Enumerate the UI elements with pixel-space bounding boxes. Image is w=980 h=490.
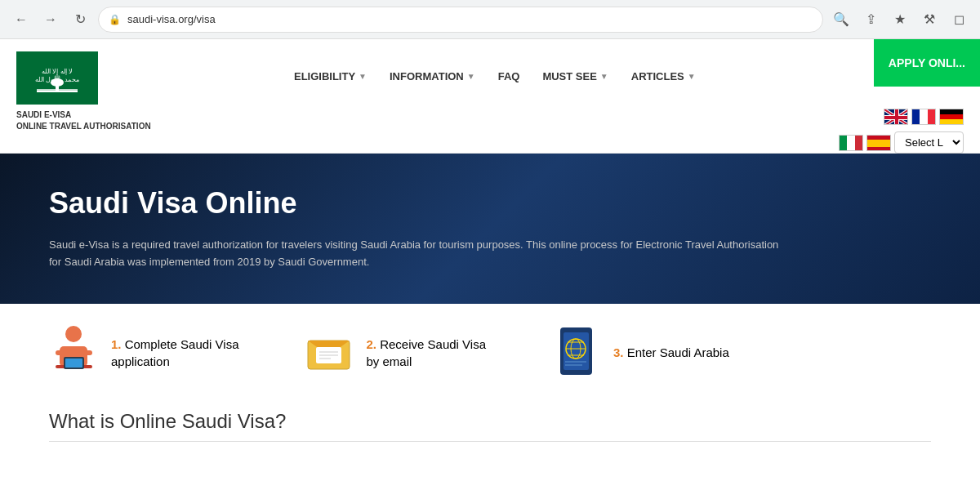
steps-section: 1. Complete Saudi Visaapplication [0,304,980,394]
step-2-number: 2. [367,337,381,351]
extensions-button[interactable]: ⚒ [918,8,941,31]
menu-button[interactable]: ◻ [947,8,970,31]
svg-rect-16 [884,116,908,119]
svg-point-17 [65,326,82,342]
share-button[interactable]: ⇪ [859,8,882,31]
hero-section: Saudi Visa Online Saudi e-Visa is a requ… [0,154,980,304]
germany-flag[interactable] [939,109,964,125]
hero-title: Saudi Visa Online [49,186,931,220]
navbar: ☫ لا إله إلا الله محمد رسول الله SAUDI E… [0,39,980,154]
step-3-label: Enter Saudi Arabia [627,345,729,359]
step-3-number: 3. [613,345,627,359]
back-button[interactable]: ← [10,8,33,31]
website-content: ☫ لا إله إلا الله محمد رسول الله SAUDI E… [0,39,980,490]
nav-item-information[interactable]: INFORMATION ▼ [378,64,487,89]
browser-actions: 🔍 ⇪ ★ ⚒ ◻ [830,8,970,31]
email-icon [305,328,354,377]
bookmark-button[interactable]: ★ [889,8,911,31]
step-1: 1. Complete Saudi Visaapplication [49,328,239,377]
step-1-label: Complete Saudi Visaapplication [111,337,239,368]
flags-row-1 [884,109,964,125]
logo-text: SAUDI E-VISA ONLINE TRAVEL AUTHORISATION [16,109,151,132]
nav-right: APPLY ONLI... [839,39,964,154]
nav-item-articles[interactable]: ARTICLES ▼ [620,64,707,89]
search-button[interactable]: 🔍 [830,8,853,31]
information-caret: ▼ [467,72,475,81]
address-bar[interactable]: 🔒 saudi-visa.org/visa [98,7,823,33]
spain-flag[interactable] [866,135,891,151]
nav-menu: ELIGIBILITY ▼ INFORMATION ▼ FAQ MUST SEE… [151,39,839,89]
what-section: What is Online Saudi Visa? [0,394,980,450]
browser-chrome: ← → ↻ 🔒 saudi-visa.org/visa 🔍 ⇪ ★ ⚒ ◻ [0,0,980,39]
nav-item-faq[interactable]: FAQ [487,64,532,89]
what-title: What is Online Saudi Visa? [49,410,931,433]
step-3: 3. Enter Saudi Arabia [551,328,729,377]
step-1-text: 1. Complete Saudi Visaapplication [111,336,239,370]
forward-button[interactable]: → [39,8,62,31]
must-see-caret: ▼ [600,72,608,81]
flags-row-2: Select L English French German Italian S… [839,131,964,154]
refresh-button[interactable]: ↻ [69,8,91,31]
step-2-text: 2. Receive Saudi Visaby email [367,336,487,370]
url-text: saudi-visa.org/visa [127,13,216,25]
france-flag[interactable] [911,109,936,125]
apply-button[interactable]: APPLY ONLI... [874,39,980,87]
step-2: 2. Receive Saudi Visaby email [305,328,487,377]
lock-icon: 🔒 [109,14,121,25]
hero-description: Saudi e-Visa is a required travel author… [49,237,784,271]
section-divider [49,441,931,442]
logo-area: ☫ لا إله إلا الله محمد رسول الله SAUDI E… [16,39,151,132]
articles-caret: ▼ [688,72,696,81]
step-3-text: 3. Enter Saudi Arabia [613,344,729,361]
step-2-label: Receive Saudi Visaby email [367,337,487,368]
svg-point-7 [51,78,64,87]
svg-rect-23 [65,359,82,368]
step-1-number: 1. [111,337,125,351]
person-icon [49,328,98,377]
italy-flag[interactable] [839,135,863,151]
eligibility-caret: ▼ [359,72,367,81]
language-select[interactable]: Select L English French German Italian S… [894,131,964,154]
uk-flag[interactable] [884,109,908,125]
saudi-flag-svg: ☫ لا إله إلا الله محمد رسول الله [20,56,94,100]
passport-icon [551,328,600,377]
svg-rect-19 [56,350,64,355]
nav-item-must-see[interactable]: MUST SEE ▼ [531,64,619,89]
svg-text:لا إله إلا الله: لا إله إلا الله [42,68,73,75]
nav-item-eligibility[interactable]: ELIGIBILITY ▼ [283,64,378,89]
logo-flag: ☫ لا إله إلا الله محمد رسول الله [16,51,98,105]
svg-rect-20 [84,350,92,355]
